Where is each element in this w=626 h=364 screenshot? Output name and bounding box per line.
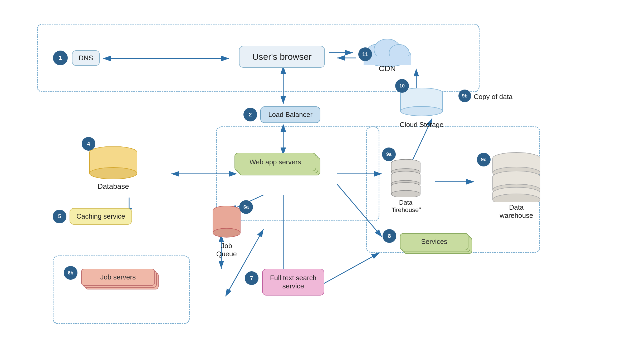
- services-node: 8 Services: [379, 227, 480, 271]
- svg-point-29: [400, 106, 443, 116]
- copy-data-label: Copy of data: [474, 93, 512, 101]
- job-servers-node: 6b Job servers: [61, 263, 166, 303]
- data-firehouse-node: 9a Data "firehouse": [377, 147, 435, 216]
- svg-point-34: [90, 168, 137, 179]
- data-firehouse-icon: [385, 155, 427, 197]
- cdn-label: CDN: [379, 64, 396, 73]
- cloud-storage-label: Cloud Storage: [400, 121, 443, 129]
- job-servers-label: Job servers: [100, 273, 136, 281]
- data-warehouse-node: 9c Data warehouse: [474, 147, 559, 221]
- svg-point-49: [391, 190, 420, 197]
- cloud-storage-badge: 10: [395, 79, 409, 93]
- full-text-search-node: 7 Full text search service: [229, 269, 340, 296]
- caching-service-node: 5 Caching service: [53, 208, 132, 225]
- job-servers-badge: 6b: [64, 266, 77, 280]
- caching-label: Caching service: [70, 208, 132, 225]
- full-text-label: Full text search service: [262, 269, 324, 296]
- users-browser-box: User's browser: [239, 46, 325, 68]
- lb-badge: 2: [243, 108, 257, 121]
- job-queue-badge: 6a: [239, 200, 253, 214]
- job-queue-node: 6a Job Queue: [195, 200, 258, 258]
- caching-badge: 5: [53, 210, 66, 223]
- data-firehouse-label: Data "firehouse": [390, 199, 421, 214]
- diagram: .arrow { stroke: #2c6fa8; stroke-width: …: [0, 0, 626, 364]
- dns-label: DNS: [72, 50, 100, 66]
- dns-badge: 1: [53, 51, 68, 65]
- database-label: Database: [97, 182, 129, 191]
- copy-data-badge: 9b: [458, 90, 471, 102]
- services-badge: 8: [383, 229, 396, 243]
- data-firehouse-badge: 9a: [382, 147, 396, 161]
- cloud-storage-node: 10 Cloud Storage: [387, 79, 456, 132]
- database-node: 4 Database: [76, 137, 150, 195]
- dns-node: 1 DNS: [47, 43, 105, 72]
- job-queue-icon: [208, 205, 245, 240]
- svg-point-69: [213, 228, 240, 237]
- full-text-badge: 7: [245, 271, 258, 285]
- data-warehouse-badge: 9c: [477, 153, 491, 166]
- database-cylinder-icon: [87, 146, 140, 181]
- job-queue-label: Job Queue: [216, 242, 237, 258]
- data-warehouse-label: Data warehouse: [500, 203, 533, 220]
- cdn-badge: 11: [358, 47, 372, 61]
- copy-of-data-node: 9b Copy of data: [458, 90, 512, 102]
- services-label: Services: [421, 238, 447, 246]
- web-app-servers-node: Web app servers: [229, 147, 329, 192]
- data-warehouse-icon: [482, 152, 551, 202]
- users-browser-node: User's browser: [219, 41, 345, 72]
- database-badge: 4: [82, 137, 95, 151]
- lb-label: Load Balancer: [260, 106, 320, 123]
- load-balancer-node: 2 Load Balancer: [232, 100, 332, 129]
- web-servers-label: Web app servers: [250, 158, 301, 166]
- cdn-node: 11 CDN: [353, 26, 422, 79]
